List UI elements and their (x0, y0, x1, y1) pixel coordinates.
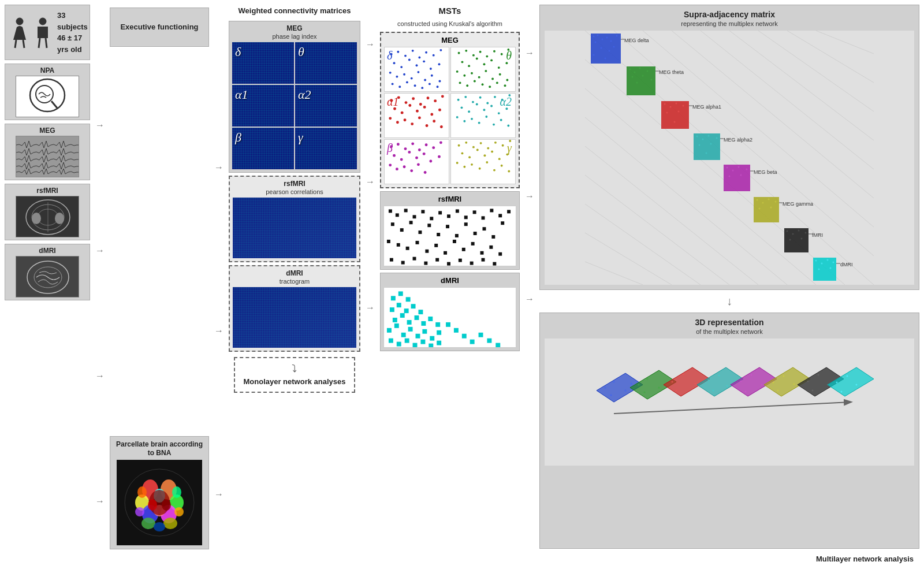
modality-dmri-label: dMRI (39, 247, 55, 255)
svg-point-191 (471, 163, 473, 166)
svg-point-150 (507, 125, 509, 127)
svg-point-59 (403, 73, 405, 76)
arrow-col-1: → → → → (94, 5, 106, 564)
svg-point-353 (732, 170, 734, 172)
svg-point-33 (162, 499, 171, 511)
svg-rect-151 (386, 140, 448, 184)
monolayer-box: ⤵ Monolayer network analyses (234, 357, 355, 393)
svg-point-308 (602, 39, 603, 40)
msts-title: MSTs (380, 5, 520, 17)
svg-rect-242 (424, 262, 427, 265)
svg-text:MEG beta: MEG beta (754, 169, 777, 175)
mst-dmri-section: dMRI (380, 273, 520, 351)
svg-rect-237 (489, 246, 493, 249)
svg-point-44 (404, 55, 407, 57)
svg-rect-252 (401, 333, 406, 337)
svg-point-372 (798, 230, 800, 232)
svg-point-190 (463, 166, 465, 168)
svg-point-195 (501, 165, 503, 167)
svg-rect-255 (422, 329, 427, 334)
svg-point-121 (404, 119, 407, 122)
representation-3d-title: 3D representation (545, 318, 914, 327)
exec-functioning-box: Executive functioning (110, 8, 209, 47)
svg-rect-233 (453, 240, 456, 243)
svg-point-129 (464, 96, 467, 98)
svg-point-65 (392, 83, 394, 85)
svg-point-147 (485, 116, 487, 118)
svg-rect-41 (386, 47, 448, 91)
svg-rect-256 (430, 336, 434, 341)
svg-point-186 (491, 151, 493, 153)
svg-point-405 (695, 383, 696, 385)
svg-rect-279 (406, 297, 411, 302)
svg-point-172 (424, 171, 427, 174)
svg-point-335 (666, 112, 668, 114)
svg-point-148 (493, 124, 495, 126)
svg-point-415 (740, 381, 742, 382)
svg-point-416 (751, 374, 752, 376)
svg-point-183 (468, 157, 471, 159)
svg-rect-200 (404, 209, 408, 213)
conn-matrix-alpha2: α2 (295, 85, 357, 127)
mst-cell-beta: β (384, 139, 449, 184)
svg-point-177 (480, 142, 482, 144)
mst-scatter-rsfmri (384, 206, 516, 266)
svg-point-355 (729, 176, 731, 177)
svg-point-46 (418, 57, 420, 59)
svg-rect-220 (455, 234, 459, 237)
rsfmri-conn-subtitle: pearson correlations (233, 188, 356, 195)
conn-matrix-gamma: γ (295, 128, 357, 169)
svg-point-171 (417, 163, 420, 166)
representation-3d-box: 3D representation of the multiplex netwo… (539, 313, 919, 549)
svg-point-417 (761, 384, 763, 386)
conn-matrix-dmri (233, 287, 356, 348)
svg-line-1 (15, 40, 16, 48)
svg-point-370 (787, 230, 788, 232)
svg-point-323 (639, 68, 641, 69)
svg-rect-331 (661, 101, 689, 129)
svg-rect-305 (591, 34, 621, 64)
svg-point-70 (429, 83, 431, 85)
svg-rect-320 (627, 66, 655, 95)
svg-point-434 (847, 375, 848, 377)
svg-point-92 (485, 70, 487, 72)
svg-rect-360 (754, 197, 779, 222)
svg-point-418 (745, 391, 747, 393)
mst-rsfmri-title: rsfMRI (383, 195, 516, 203)
svg-rect-223 (483, 227, 486, 230)
svg-rect-212 (507, 210, 511, 214)
svg-point-37 (137, 486, 147, 498)
svg-point-56 (438, 64, 441, 66)
male-person-icon (32, 17, 54, 49)
svg-point-117 (430, 113, 433, 116)
monolayer-label: Monolayer network analyses (243, 377, 345, 387)
svg-point-131 (479, 96, 482, 99)
svg-rect-263 (429, 344, 433, 348)
mst-cell-rsfmri (383, 206, 516, 266)
svg-rect-198 (389, 210, 392, 213)
modality-dmri-box: dMRI (5, 244, 90, 300)
svg-point-91 (478, 76, 480, 79)
exec-functioning-label: Executive functioning (120, 22, 198, 32)
svg-rect-243 (435, 258, 439, 262)
conn-matrix-theta: θ (295, 42, 357, 84)
svg-rect-251 (394, 323, 399, 328)
svg-point-390 (605, 387, 606, 389)
svg-point-16 (55, 213, 64, 224)
svg-point-169 (403, 166, 406, 169)
svg-point-374 (801, 238, 803, 240)
mst-cell-alpha1: α1 (384, 93, 449, 138)
svg-point-85 (490, 59, 493, 62)
svg-point-334 (676, 103, 677, 105)
svg-point-316 (593, 54, 595, 56)
svg-rect-236 (480, 251, 484, 255)
svg-rect-265 (393, 318, 397, 322)
svg-point-362 (762, 202, 764, 204)
3d-network-visual (545, 339, 914, 466)
svg-point-345 (699, 144, 701, 146)
svg-point-344 (708, 135, 710, 137)
svg-point-99 (482, 84, 484, 86)
svg-point-62 (424, 79, 426, 81)
mst-scatter-beta (385, 140, 449, 184)
svg-point-38 (172, 486, 181, 498)
